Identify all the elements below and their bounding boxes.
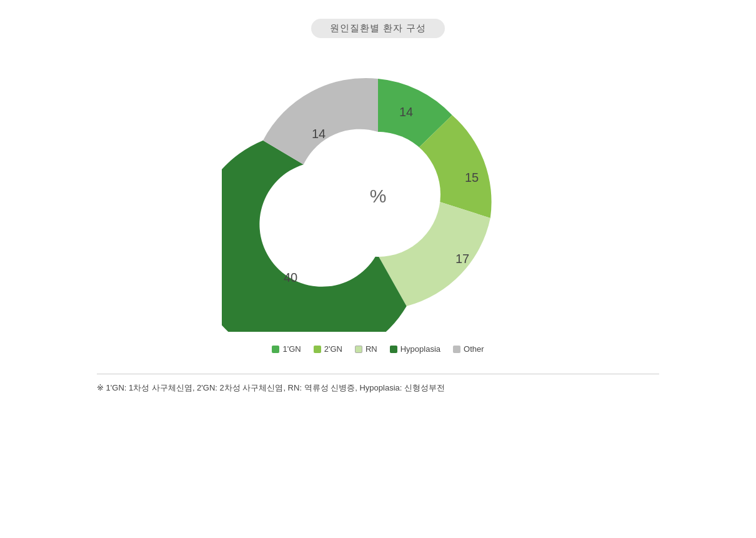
legend-label-2gn: 2'GN <box>324 344 342 354</box>
legend-item-rn: RN <box>355 344 377 354</box>
legend-dot-rn <box>355 346 362 353</box>
legend-item-hypoplasia: Hypoplasia <box>390 344 440 354</box>
donut-svg: % 14 15 17 40 14 <box>222 57 534 332</box>
legend-item-2gn: 2'GN <box>314 344 342 354</box>
value-label-rn: 17 <box>455 252 469 266</box>
legend-item-1gn: 1'GN <box>272 344 301 354</box>
legend-label-other: Other <box>464 344 484 354</box>
legend-dot-2gn <box>314 346 321 353</box>
footnote-text: ※ 1'GN: 1차성 사구체신염, 2'GN: 2차성 사구체신염, RN: … <box>97 381 659 395</box>
footnote-area: ※ 1'GN: 1차성 사구체신염, 2'GN: 2차성 사구체신염, RN: … <box>97 374 659 395</box>
center-label: % <box>370 186 387 206</box>
chart-area: % 14 15 17 40 14 <box>222 57 534 332</box>
value-label-other: 14 <box>312 127 326 141</box>
legend-dot-other <box>453 346 460 353</box>
legend-row: 1'GN 2'GN RN Hypoplasia Other <box>272 344 484 354</box>
legend-item-other: Other <box>453 344 484 354</box>
page-container: 원인질환별 환자 구성 % 14 15 17 <box>0 0 756 538</box>
legend-label-1gn: 1'GN <box>282 344 301 354</box>
legend-dot-1gn <box>272 346 279 353</box>
chart-title-box: 원인질환별 환자 구성 <box>311 19 445 38</box>
value-label-hypoplasia: 40 <box>284 271 297 284</box>
legend-label-rn: RN <box>366 344 377 354</box>
chart-title: 원인질환별 환자 구성 <box>330 22 426 33</box>
legend-label-hypoplasia: Hypoplasia <box>400 344 440 354</box>
legend-dot-hypoplasia <box>390 346 397 353</box>
value-label-1gn: 14 <box>399 105 413 119</box>
value-label-2gn: 15 <box>465 171 479 184</box>
